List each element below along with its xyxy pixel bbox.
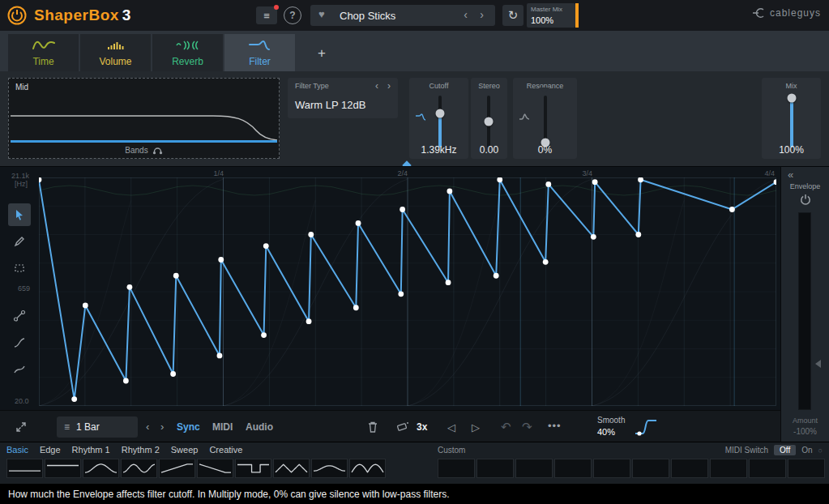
reload-preset-button[interactable]: ↻ — [502, 5, 523, 26]
wave-preset-ramp-down[interactable] — [197, 459, 233, 478]
stereo-slider-knob[interactable] — [485, 117, 494, 126]
status-text: How much the Envelope affects filter cut… — [8, 489, 449, 500]
wave-preset-sine[interactable] — [83, 459, 119, 478]
filter-type-select[interactable]: Filter Type ‹ › Warm LP 12dB — [288, 78, 398, 118]
y-axis-mid-label: 659 — [18, 284, 30, 293]
envelope-power-icon — [799, 193, 812, 206]
power-button[interactable] — [6, 5, 28, 26]
band-tab-row: Time Volume Reverb Filter + — [0, 31, 829, 71]
wave-tab-sweep[interactable]: Sweep — [171, 445, 199, 455]
custom-preset-slot[interactable] — [671, 459, 708, 478]
tool-pointer[interactable] — [8, 203, 31, 226]
custom-preset-slot[interactable] — [515, 459, 553, 478]
wave-preset-bumps[interactable] — [349, 459, 386, 478]
delete-points-button[interactable] — [366, 411, 379, 443]
resonance-slider[interactable] — [544, 96, 547, 147]
tab-reverb[interactable]: Reverb — [152, 34, 223, 71]
tool-line[interactable] — [8, 305, 31, 327]
envelope-power-button[interactable] — [799, 193, 812, 206]
tool-draw[interactable] — [8, 230, 31, 253]
favorite-icon[interactable]: ♥ — [318, 8, 325, 20]
wave-tab-rhythm1[interactable]: Rhythm 1 — [72, 445, 110, 455]
bar-length-select[interactable]: ≡ 1 Bar — [57, 416, 138, 438]
y-axis-max-label: 21.1k — [11, 172, 29, 180]
more-options-button[interactable]: ••• — [548, 420, 562, 432]
mix-label: Mix — [762, 82, 821, 90]
wave-tab-basic[interactable]: Basic — [6, 445, 28, 455]
undo-button[interactable]: ↶ — [501, 420, 511, 434]
preset-name[interactable]: Chop Sticks — [340, 10, 395, 22]
custom-preset-slot[interactable] — [554, 459, 592, 478]
help-button[interactable]: ? — [284, 6, 301, 24]
filter-type-next-button[interactable]: › — [387, 80, 391, 92]
amount-slider[interactable] — [798, 212, 811, 410]
bar-next-button[interactable]: › — [160, 421, 164, 433]
redo-button[interactable]: ↷ — [522, 420, 532, 434]
amount-slider-handle[interactable] — [815, 360, 821, 368]
custom-preset-slot[interactable] — [438, 459, 475, 478]
status-bar: How much the Envelope affects filter cut… — [0, 484, 829, 504]
cutoff-slider-knob[interactable] — [436, 109, 445, 117]
wave-preset-flat-low[interactable] — [6, 459, 43, 478]
smooth-slider[interactable] — [634, 411, 658, 443]
band-curve — [9, 101, 279, 142]
wave-preset-sine-wide[interactable] — [121, 459, 157, 478]
bar-prev-button[interactable]: ‹ — [146, 421, 149, 433]
sync-mode-button[interactable]: Sync — [177, 421, 200, 433]
bands-toggle[interactable]: Bands — [9, 143, 279, 156]
midi-switch-on-button[interactable]: On — [801, 446, 812, 455]
wave-tab-edge[interactable]: Edge — [40, 445, 61, 455]
custom-preset-slot[interactable] — [710, 459, 747, 478]
tab-volume[interactable]: Volume — [80, 34, 151, 71]
repeat-count[interactable]: 3x — [417, 421, 427, 433]
audio-mode-button[interactable]: Audio — [246, 421, 273, 433]
wave-preset-square-notch[interactable] — [235, 459, 271, 478]
filter-type-prev-button[interactable]: ‹ — [375, 80, 378, 92]
wave-tab-creative[interactable]: Creative — [209, 445, 242, 455]
tool-s-curve[interactable] — [8, 358, 31, 381]
collapse-panel-button[interactable]: « — [788, 169, 793, 181]
tool-select[interactable] — [8, 257, 31, 280]
add-shaper-button[interactable]: + — [318, 45, 326, 62]
envelope-canvas[interactable] — [39, 177, 776, 406]
custom-presets-label: Custom — [438, 446, 465, 455]
tool-curve[interactable] — [8, 331, 31, 354]
cutoff-slider[interactable] — [438, 96, 442, 147]
custom-preset-slot[interactable] — [593, 459, 630, 478]
shift-right-button[interactable]: ▷ — [472, 421, 480, 434]
menu-icon: ≡ — [263, 10, 270, 22]
master-mix-value: 100% — [531, 15, 553, 25]
midi-mode-button[interactable]: MIDI — [212, 421, 233, 433]
smooth-label: Smooth — [597, 416, 625, 425]
tab-time[interactable]: Time — [8, 34, 79, 71]
band-frequency-line[interactable] — [11, 140, 277, 143]
stereo-slider[interactable] — [487, 96, 490, 147]
wave-preset-zigzag[interactable] — [273, 459, 310, 478]
custom-preset-slot[interactable] — [632, 459, 669, 478]
custom-preset-slot[interactable] — [749, 459, 786, 478]
mix-slider[interactable] — [790, 96, 793, 147]
tab-time-label: Time — [8, 56, 79, 67]
wave-tab-rhythm2[interactable]: Rhythm 2 — [122, 445, 160, 455]
expand-editor-button[interactable] — [15, 411, 28, 443]
cutoff-value: 1.39kHz — [409, 144, 468, 156]
mix-slider-knob[interactable] — [788, 94, 797, 103]
wave-preset-ramp-up[interactable] — [159, 459, 195, 478]
stamp-tool-button[interactable] — [394, 411, 410, 443]
master-mix-slider[interactable] — [575, 3, 579, 28]
custom-preset-slot[interactable] — [476, 459, 514, 478]
tab-filter[interactable]: Filter — [224, 34, 295, 71]
preset-prev-button[interactable]: ‹ — [464, 8, 468, 21]
menu-button[interactable]: ≡ — [256, 6, 277, 24]
midi-switch-off-button[interactable]: Off — [774, 445, 796, 455]
custom-preset-slot[interactable] — [788, 459, 825, 478]
shift-left-button[interactable]: ◁ — [447, 421, 455, 434]
master-mix-control[interactable]: Master Mix 100% — [527, 3, 575, 28]
wave-preset-sine-soft[interactable] — [311, 459, 348, 478]
preset-next-button[interactable]: › — [480, 8, 484, 21]
wave-preset-flat-high[interactable] — [45, 459, 81, 478]
tab-reverb-label: Reverb — [152, 56, 223, 67]
tab-volume-label: Volume — [80, 56, 151, 67]
stereo-label: Stereo — [471, 82, 507, 90]
band-display[interactable]: Mid Bands — [8, 78, 280, 159]
